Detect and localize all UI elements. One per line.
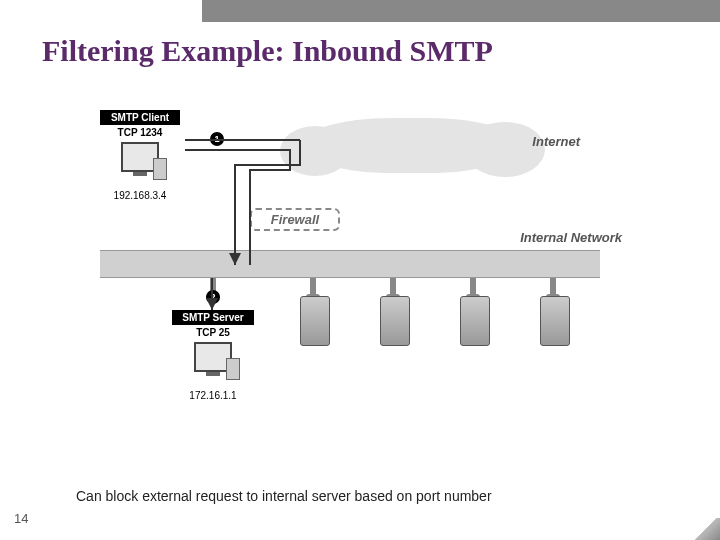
smtp-client-port: TCP 1234 [100, 127, 180, 138]
server-icon [300, 296, 330, 346]
internet-label: Internet [532, 134, 580, 149]
smtp-server-port: TCP 25 [172, 327, 254, 338]
server-computer-icon [190, 342, 236, 386]
client-computer-icon [117, 142, 163, 186]
marker-1: 1 [210, 132, 224, 146]
marker-2: 2 [206, 290, 220, 304]
internal-network-label: Internal Network [520, 230, 622, 245]
smtp-client-ip: 192.168.3.4 [100, 190, 180, 201]
network-drop [550, 278, 556, 296]
smtp-server-ip: 172.16.1.1 [172, 390, 254, 401]
page-curl-icon [692, 518, 720, 540]
slide-title: Filtering Example: Inbound SMTP [42, 34, 720, 68]
internet-cloud: Internet [300, 118, 520, 173]
page-number: 14 [14, 511, 28, 526]
header-bar [0, 0, 720, 22]
smtp-client-group: SMTP Client TCP 1234 192.168.3.4 [100, 110, 180, 201]
firewall-box: Firewall [250, 208, 340, 231]
network-drop [310, 278, 316, 296]
network-diagram: SMTP Client TCP 1234 192.168.3.4 Interne… [100, 110, 610, 430]
smtp-client-label: SMTP Client [100, 110, 180, 125]
server-icon [460, 296, 490, 346]
server-icon [380, 296, 410, 346]
network-drop [470, 278, 476, 296]
internal-network-bar [100, 250, 600, 278]
smtp-server-group: SMTP Server TCP 25 172.16.1.1 [172, 310, 254, 401]
smtp-server-label: SMTP Server [172, 310, 254, 325]
network-drop [390, 278, 396, 296]
server-icon [540, 296, 570, 346]
slide-caption: Can block external request to internal s… [76, 488, 492, 504]
